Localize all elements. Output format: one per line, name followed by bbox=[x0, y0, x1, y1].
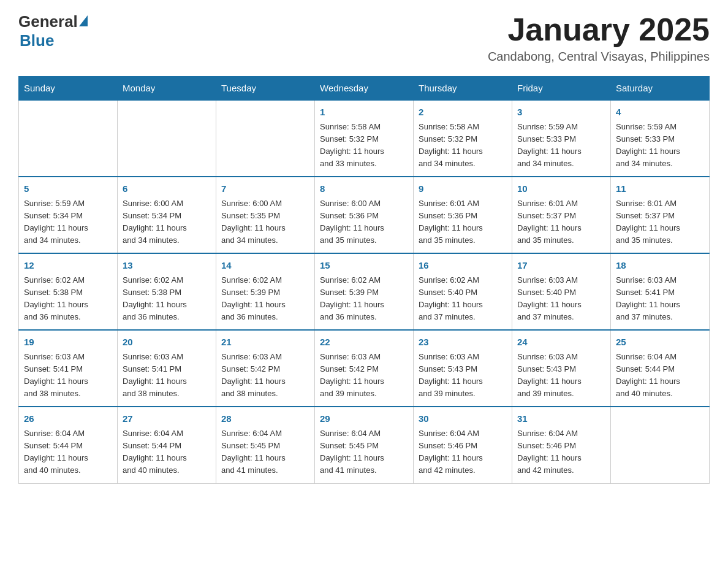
calendar-week-row: 1Sunrise: 5:58 AMSunset: 5:32 PMDaylight… bbox=[19, 100, 710, 177]
calendar-cell: 2Sunrise: 5:58 AMSunset: 5:32 PMDaylight… bbox=[414, 100, 512, 177]
logo-general-text: General bbox=[18, 12, 78, 31]
day-info: Sunrise: 6:00 AMSunset: 5:36 PMDaylight:… bbox=[320, 197, 408, 247]
calendar-cell: 25Sunrise: 6:04 AMSunset: 5:44 PMDayligh… bbox=[611, 330, 710, 407]
calendar-cell: 18Sunrise: 6:03 AMSunset: 5:41 PMDayligh… bbox=[611, 253, 710, 330]
calendar-week-row: 19Sunrise: 6:03 AMSunset: 5:41 PMDayligh… bbox=[19, 330, 710, 407]
day-number: 31 bbox=[517, 412, 605, 426]
calendar-cell: 28Sunrise: 6:04 AMSunset: 5:45 PMDayligh… bbox=[216, 407, 315, 483]
day-number: 6 bbox=[123, 182, 211, 196]
calendar-cell: 9Sunrise: 6:01 AMSunset: 5:36 PMDaylight… bbox=[414, 177, 512, 253]
header-sunday: Sunday bbox=[19, 77, 118, 101]
calendar-cell: 22Sunrise: 6:03 AMSunset: 5:42 PMDayligh… bbox=[315, 330, 414, 407]
day-number: 21 bbox=[221, 335, 309, 350]
calendar-cell: 4Sunrise: 5:59 AMSunset: 5:33 PMDaylight… bbox=[611, 100, 710, 177]
day-number: 4 bbox=[616, 105, 704, 120]
calendar-cell: 8Sunrise: 6:00 AMSunset: 5:36 PMDaylight… bbox=[315, 177, 414, 253]
calendar-week-row: 26Sunrise: 6:04 AMSunset: 5:44 PMDayligh… bbox=[19, 407, 710, 483]
header-saturday: Saturday bbox=[611, 77, 710, 101]
day-number: 25 bbox=[616, 335, 704, 350]
day-info: Sunrise: 6:00 AMSunset: 5:35 PMDaylight:… bbox=[221, 197, 309, 247]
day-number: 16 bbox=[419, 259, 507, 273]
calendar-week-row: 5Sunrise: 5:59 AMSunset: 5:34 PMDaylight… bbox=[19, 177, 710, 253]
calendar-cell bbox=[118, 100, 216, 177]
day-info: Sunrise: 6:02 AMSunset: 5:38 PMDaylight:… bbox=[24, 274, 112, 324]
day-info: Sunrise: 6:03 AMSunset: 5:42 PMDaylight:… bbox=[320, 351, 408, 400]
calendar-cell: 23Sunrise: 6:03 AMSunset: 5:43 PMDayligh… bbox=[414, 330, 512, 407]
header-wednesday: Wednesday bbox=[315, 77, 414, 101]
day-info: Sunrise: 6:03 AMSunset: 5:41 PMDaylight:… bbox=[123, 351, 211, 400]
day-info: Sunrise: 6:03 AMSunset: 5:41 PMDaylight:… bbox=[616, 274, 704, 324]
month-title: January 2025 bbox=[488, 12, 710, 47]
day-number: 22 bbox=[320, 335, 408, 350]
page-header: General Blue January 2025 Candabong, Cen… bbox=[18, 12, 710, 64]
day-number: 15 bbox=[320, 259, 408, 273]
day-number: 10 bbox=[517, 182, 605, 196]
header-thursday: Thursday bbox=[414, 77, 512, 101]
day-info: Sunrise: 6:00 AMSunset: 5:34 PMDaylight:… bbox=[123, 197, 211, 247]
day-info: Sunrise: 6:04 AMSunset: 5:44 PMDaylight:… bbox=[616, 351, 704, 400]
day-number: 18 bbox=[616, 259, 704, 273]
day-number: 24 bbox=[517, 335, 605, 350]
day-number: 27 bbox=[123, 412, 211, 426]
day-info: Sunrise: 6:03 AMSunset: 5:41 PMDaylight:… bbox=[24, 351, 112, 400]
header-monday: Monday bbox=[118, 77, 216, 101]
day-number: 13 bbox=[123, 259, 211, 273]
day-info: Sunrise: 6:03 AMSunset: 5:43 PMDaylight:… bbox=[517, 351, 605, 400]
logo: General Blue bbox=[18, 12, 88, 50]
day-info: Sunrise: 6:03 AMSunset: 5:42 PMDaylight:… bbox=[221, 351, 309, 400]
day-number: 9 bbox=[419, 182, 507, 196]
day-info: Sunrise: 6:04 AMSunset: 5:44 PMDaylight:… bbox=[24, 427, 112, 477]
calendar-cell: 29Sunrise: 6:04 AMSunset: 5:45 PMDayligh… bbox=[315, 407, 414, 483]
calendar-cell bbox=[216, 100, 315, 177]
calendar-week-row: 12Sunrise: 6:02 AMSunset: 5:38 PMDayligh… bbox=[19, 253, 710, 330]
day-info: Sunrise: 5:58 AMSunset: 5:32 PMDaylight:… bbox=[419, 121, 507, 170]
day-number: 23 bbox=[419, 335, 507, 350]
day-number: 20 bbox=[123, 335, 211, 350]
header-friday: Friday bbox=[512, 77, 611, 101]
calendar-cell bbox=[19, 100, 118, 177]
day-info: Sunrise: 6:04 AMSunset: 5:46 PMDaylight:… bbox=[419, 427, 507, 477]
calendar-cell: 7Sunrise: 6:00 AMSunset: 5:35 PMDaylight… bbox=[216, 177, 315, 253]
day-info: Sunrise: 6:04 AMSunset: 5:44 PMDaylight:… bbox=[123, 427, 211, 477]
calendar-cell: 27Sunrise: 6:04 AMSunset: 5:44 PMDayligh… bbox=[118, 407, 216, 483]
calendar-cell: 19Sunrise: 6:03 AMSunset: 5:41 PMDayligh… bbox=[19, 330, 118, 407]
calendar-cell: 6Sunrise: 6:00 AMSunset: 5:34 PMDaylight… bbox=[118, 177, 216, 253]
calendar-cell: 14Sunrise: 6:02 AMSunset: 5:39 PMDayligh… bbox=[216, 253, 315, 330]
day-info: Sunrise: 6:02 AMSunset: 5:40 PMDaylight:… bbox=[419, 274, 507, 324]
day-info: Sunrise: 6:03 AMSunset: 5:43 PMDaylight:… bbox=[419, 351, 507, 400]
day-number: 30 bbox=[419, 412, 507, 426]
day-number: 5 bbox=[24, 182, 112, 196]
day-info: Sunrise: 6:04 AMSunset: 5:46 PMDaylight:… bbox=[517, 427, 605, 477]
logo-blue-text: Blue bbox=[20, 31, 54, 50]
day-info: Sunrise: 6:01 AMSunset: 5:37 PMDaylight:… bbox=[517, 197, 605, 247]
calendar-cell: 15Sunrise: 6:02 AMSunset: 5:39 PMDayligh… bbox=[315, 253, 414, 330]
day-info: Sunrise: 6:01 AMSunset: 5:37 PMDaylight:… bbox=[616, 197, 704, 247]
calendar-cell: 17Sunrise: 6:03 AMSunset: 5:40 PMDayligh… bbox=[512, 253, 611, 330]
day-info: Sunrise: 5:59 AMSunset: 5:33 PMDaylight:… bbox=[517, 121, 605, 170]
calendar-cell: 11Sunrise: 6:01 AMSunset: 5:37 PMDayligh… bbox=[611, 177, 710, 253]
day-info: Sunrise: 6:04 AMSunset: 5:45 PMDaylight:… bbox=[320, 427, 408, 477]
day-number: 7 bbox=[221, 182, 309, 196]
calendar-cell: 31Sunrise: 6:04 AMSunset: 5:46 PMDayligh… bbox=[512, 407, 611, 483]
day-info: Sunrise: 6:04 AMSunset: 5:45 PMDaylight:… bbox=[221, 427, 309, 477]
day-number: 2 bbox=[419, 105, 507, 120]
day-info: Sunrise: 5:59 AMSunset: 5:33 PMDaylight:… bbox=[616, 121, 704, 170]
day-number: 3 bbox=[517, 105, 605, 120]
day-info: Sunrise: 6:01 AMSunset: 5:36 PMDaylight:… bbox=[419, 197, 507, 247]
calendar-cell: 13Sunrise: 6:02 AMSunset: 5:38 PMDayligh… bbox=[118, 253, 216, 330]
calendar-cell: 21Sunrise: 6:03 AMSunset: 5:42 PMDayligh… bbox=[216, 330, 315, 407]
logo-triangle-icon bbox=[79, 15, 88, 26]
calendar-table: SundayMondayTuesdayWednesdayThursdayFrid… bbox=[18, 76, 710, 483]
header-tuesday: Tuesday bbox=[216, 77, 315, 101]
day-number: 26 bbox=[24, 412, 112, 426]
day-number: 19 bbox=[24, 335, 112, 350]
title-section: January 2025 Candabong, Central Visayas,… bbox=[488, 12, 710, 64]
calendar-cell: 24Sunrise: 6:03 AMSunset: 5:43 PMDayligh… bbox=[512, 330, 611, 407]
calendar-cell: 30Sunrise: 6:04 AMSunset: 5:46 PMDayligh… bbox=[414, 407, 512, 483]
day-info: Sunrise: 5:59 AMSunset: 5:34 PMDaylight:… bbox=[24, 197, 112, 247]
day-info: Sunrise: 6:02 AMSunset: 5:39 PMDaylight:… bbox=[320, 274, 408, 324]
day-number: 29 bbox=[320, 412, 408, 426]
calendar-cell: 20Sunrise: 6:03 AMSunset: 5:41 PMDayligh… bbox=[118, 330, 216, 407]
calendar-cell: 12Sunrise: 6:02 AMSunset: 5:38 PMDayligh… bbox=[19, 253, 118, 330]
calendar-cell: 10Sunrise: 6:01 AMSunset: 5:37 PMDayligh… bbox=[512, 177, 611, 253]
